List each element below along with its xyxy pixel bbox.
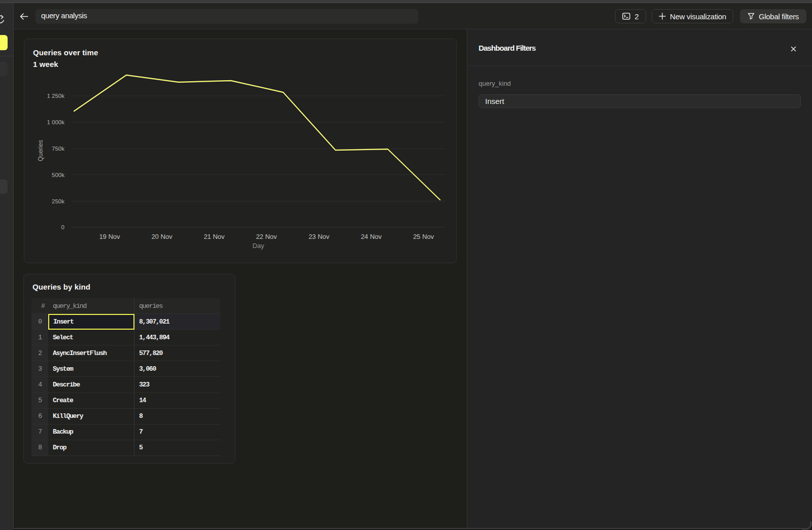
svg-text:23 Nov: 23 Nov: [309, 233, 330, 240]
svg-text:24 Nov: 24 Nov: [361, 233, 382, 240]
svg-text:20 Nov: 20 Nov: [151, 233, 173, 240]
svg-text:0: 0: [61, 224, 64, 230]
svg-text:25 Nov: 25 Nov: [413, 233, 434, 240]
svg-text:1 250k: 1 250k: [47, 93, 64, 99]
svg-text:500k: 500k: [52, 172, 64, 178]
svg-text:22 Nov: 22 Nov: [256, 233, 277, 240]
svg-text:19 Nov: 19 Nov: [99, 233, 120, 240]
svg-text:21 Nov: 21 Nov: [204, 233, 225, 240]
svg-text:750k: 750k: [52, 146, 64, 152]
svg-text:Day: Day: [252, 242, 264, 250]
svg-text:1 000k: 1 000k: [47, 119, 64, 125]
svg-text:Queries: Queries: [37, 140, 44, 161]
svg-text:250k: 250k: [52, 198, 64, 204]
